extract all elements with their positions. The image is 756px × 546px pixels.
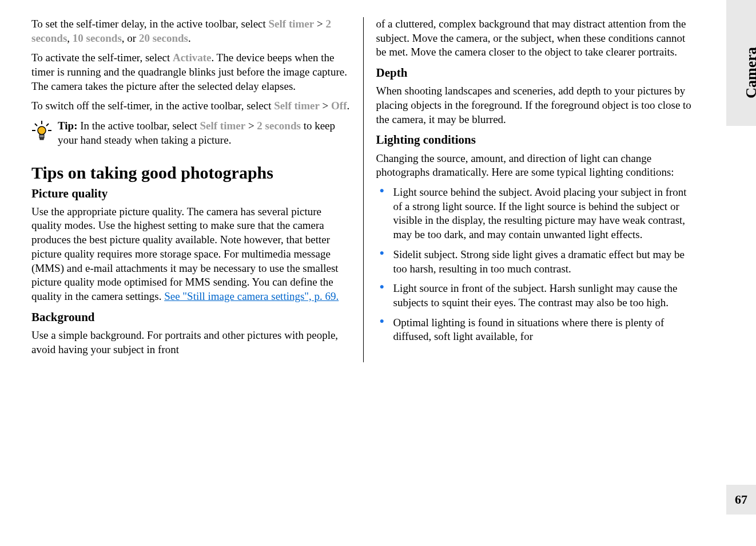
text: > xyxy=(314,18,325,30)
ui-term: Self timer xyxy=(200,120,245,132)
text: , or xyxy=(122,32,139,44)
ui-term: Activate xyxy=(173,52,212,64)
text: In the active toolbar, select xyxy=(80,120,200,132)
text: To switch off the self-timer, in the act… xyxy=(31,100,274,112)
paragraph: of a cluttered, complex background that … xyxy=(376,17,695,60)
text: > xyxy=(245,120,257,132)
tip-label: Tip: xyxy=(58,120,80,132)
text: > xyxy=(320,100,331,112)
subsection-heading: Lighting conditions xyxy=(376,132,695,148)
lightbulb-icon xyxy=(31,120,52,141)
paragraph: To set the self-timer delay, in the acti… xyxy=(31,17,351,45)
tip-block: Tip: In the active toolbar, select Self … xyxy=(31,119,351,153)
cross-reference-link[interactable]: See "Still image camera settings", p. 69… xyxy=(164,290,339,302)
page-number: 67 xyxy=(726,485,756,515)
ui-term: Self timer xyxy=(274,100,320,112)
page-content: To set the self-timer delay, in the acti… xyxy=(31,17,695,362)
text: . xyxy=(188,32,191,44)
tip-text: Tip: In the active toolbar, select Self … xyxy=(58,119,351,147)
left-column: To set the self-timer delay, in the acti… xyxy=(31,17,363,362)
list-item: Light source in front of the subject. Ha… xyxy=(376,282,695,310)
text: . xyxy=(347,100,349,112)
list-item: Sidelit subject. Strong side light gives… xyxy=(376,248,695,276)
text: , xyxy=(67,32,73,44)
bullet-list: Light source behind the subject. Avoid p… xyxy=(376,185,695,344)
svg-line-2 xyxy=(46,124,49,126)
text: To set the self-timer delay, in the acti… xyxy=(31,18,269,30)
svg-line-1 xyxy=(35,124,37,126)
chapter-label: Camera xyxy=(742,47,756,98)
svg-rect-6 xyxy=(39,134,44,138)
section-heading: Tips on taking good photographs xyxy=(31,161,351,184)
ui-term: 20 seconds xyxy=(139,32,188,44)
text: Use the appropriate picture quality. The… xyxy=(31,205,339,302)
paragraph: When shooting landscapes and sceneries, … xyxy=(376,84,695,126)
subsection-heading: Picture quality xyxy=(31,186,351,201)
right-column: of a cluttered, complex background that … xyxy=(364,17,695,362)
subsection-heading: Background xyxy=(31,310,351,325)
list-item: Light source behind the subject. Avoid p… xyxy=(376,185,695,242)
ui-term: 2 seconds xyxy=(257,120,301,132)
paragraph: Use the appropriate picture quality. The… xyxy=(31,205,351,304)
paragraph: Changing the source, amount, and directi… xyxy=(376,152,695,180)
ui-term: Self timer xyxy=(269,18,315,30)
svg-point-5 xyxy=(38,126,46,134)
ui-term: Off xyxy=(331,100,347,112)
paragraph: To switch off the self-timer, in the act… xyxy=(31,99,351,113)
paragraph: To activate the self-timer, select Activ… xyxy=(31,51,351,93)
list-item: Optimal lighting is found in situations … xyxy=(376,316,695,344)
svg-rect-7 xyxy=(40,138,43,140)
ui-term: 10 seconds xyxy=(73,32,122,44)
paragraph: Use a simple background. For portraits a… xyxy=(31,329,351,357)
subsection-heading: Depth xyxy=(376,65,695,81)
side-tab: Camera 67 xyxy=(726,0,756,546)
text: To activate the self-timer, select xyxy=(31,52,173,64)
